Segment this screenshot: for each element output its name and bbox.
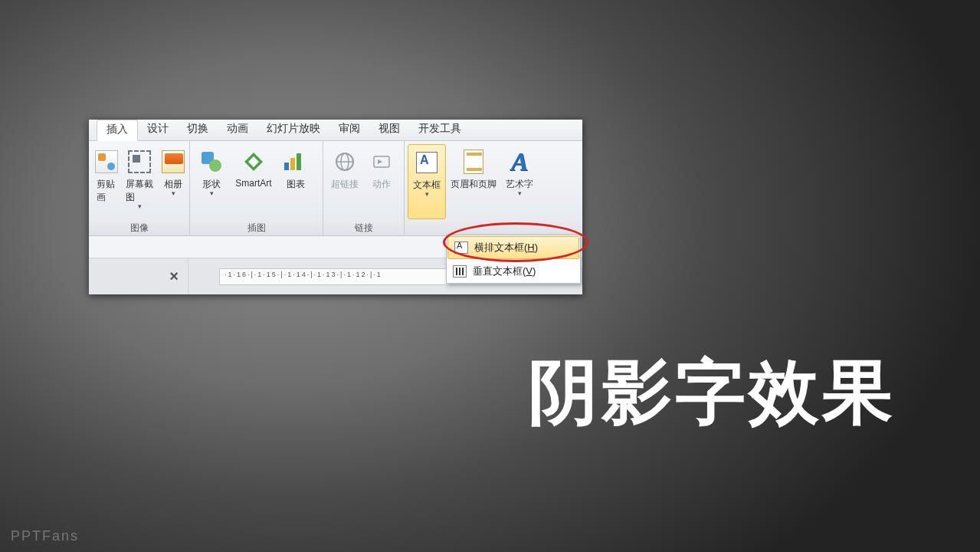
smartart-button[interactable]: SmartArt [230,144,277,219]
screenshot-button[interactable]: 屏幕截图 ▾ [121,144,158,219]
smartart-label: SmartArt [235,178,271,189]
chevron-down-icon: ▾ [425,190,429,198]
tab-developer[interactable]: 开发工具 [409,120,470,140]
headerfooter-button[interactable]: 页眉和页脚 [446,144,501,219]
ribbon-screenshot: 插入 设计 切换 动画 幻灯片放映 审阅 视图 开发工具 剪贴画 屏幕 [89,120,582,294]
tab-design[interactable]: 设计 [138,120,178,140]
watermark: PPTFans [11,528,79,544]
chevron-down-icon: ▾ [172,189,175,197]
chevron-down-icon: ▾ [210,189,214,197]
tab-transition[interactable]: 切换 [178,120,218,140]
dropdown-vertical-textbox[interactable]: 垂直文本框(V) [447,260,580,283]
album-button[interactable]: 相册 ▾ [158,144,188,219]
group-text: 文本框 ▾ 页眉和页脚 A 艺术字 ▾ [405,141,581,235]
chevron-down-icon: ▾ [518,189,522,197]
close-icon: × [169,268,179,285]
chart-button[interactable]: 图表 [277,144,314,219]
textbox-icon [416,152,438,173]
ribbon-tabs: 插入 设计 切换 动画 幻灯片放映 审阅 视图 开发工具 [89,120,582,141]
hyperlink-icon [332,149,358,175]
annotation-ellipse [443,222,588,262]
group-links-label: 链接 [323,220,404,235]
chart-label: 图表 [287,178,305,191]
wordart-button[interactable]: A 艺术字 ▾ [501,144,538,219]
group-links: 超链接 动作 链接 [323,141,405,235]
ruler-numbers: ·1·16·|·1·15·|·1·14·|·1·13·|·1·12·|·1 [225,271,382,278]
tab-slideshow[interactable]: 幻灯片放映 [257,120,329,140]
slide-title: 阴影字效果 [528,345,896,440]
vertical-textbox-icon [453,265,467,278]
tab-animation[interactable]: 动画 [218,120,257,140]
group-images: 剪贴画 屏幕截图 ▾ 相册 ▾ 图像 [89,141,190,235]
chevron-down-icon: ▾ [138,202,142,210]
shapes-button[interactable]: 形状 ▾ [193,144,230,219]
group-images-label: 图像 [89,220,189,235]
clipart-icon [95,150,118,173]
textbox-button[interactable]: 文本框 ▾ [408,144,446,219]
action-icon [369,149,395,175]
action-label: 动作 [372,178,391,191]
group-illustrations: 形状 ▾ SmartArt 图表 插图 [190,141,323,235]
smartart-icon [241,149,267,175]
tab-insert[interactable]: 插入 [97,120,138,141]
tab-review[interactable]: 审阅 [329,120,369,140]
screenshot-icon [128,150,151,173]
shapes-icon [200,150,223,173]
hyperlink-button[interactable]: 超链接 [326,144,363,219]
hyperlink-label: 超链接 [331,178,359,191]
thumbnail-pane-close[interactable]: × [89,258,188,294]
headerfooter-label: 页眉和页脚 [451,178,497,191]
headerfooter-icon [464,150,483,174]
group-illustrations-label: 插图 [190,220,323,235]
wordart-icon: A [511,147,529,176]
clipart-label: 剪贴画 [97,178,116,204]
slide-stage: 插入 设计 切换 动画 幻灯片放映 审阅 视图 开发工具 剪贴画 屏幕 [0,0,980,552]
album-icon [162,150,185,173]
clipart-button[interactable]: 剪贴画 [92,144,121,219]
tab-view[interactable]: 视图 [369,120,409,140]
chart-icon [284,153,307,170]
action-button[interactable]: 动作 [363,144,400,219]
screenshot-label: 屏幕截图 [126,178,153,204]
